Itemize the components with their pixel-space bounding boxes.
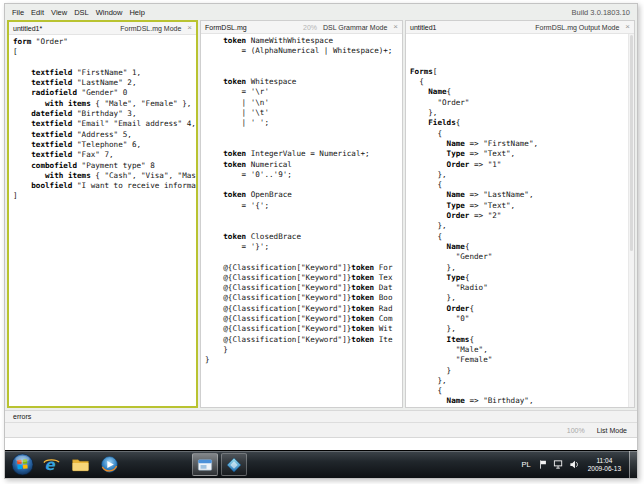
code-line: = '0'..'9'; xyxy=(205,170,402,180)
code-line: with items { "Cash", "Visa", "Mast xyxy=(13,171,196,181)
mode-menu[interactable]: FormDSL.mg Output Mode xyxy=(535,24,625,31)
code-editor-output[interactable]: Forms[ { Name{ "Order" }, Fields{ { Name… xyxy=(406,34,634,407)
code-line: }, xyxy=(410,293,634,303)
code-line: { xyxy=(410,77,634,87)
menu-help[interactable]: Help xyxy=(129,6,151,19)
taskbar: e xyxy=(5,450,637,478)
code-line: Type => "Text", xyxy=(410,201,634,211)
code-line: Type{ xyxy=(410,273,634,283)
code-line: Name{ xyxy=(410,242,634,252)
code-line: { xyxy=(410,180,634,190)
explorer-folder-icon[interactable] xyxy=(67,453,93,476)
internet-explorer-icon[interactable]: e xyxy=(38,453,64,476)
code-editor-formdsl-source[interactable]: form "Order"[ textfield "FirstName" 1, t… xyxy=(9,35,196,406)
code-line: "Female" xyxy=(410,355,634,365)
code-line: "Radio" xyxy=(410,283,634,293)
close-icon[interactable]: × xyxy=(187,24,192,32)
code-line: = '}'; xyxy=(205,242,402,252)
volume-icon[interactable] xyxy=(569,459,580,470)
code-line: token OpenBrace xyxy=(205,190,402,200)
code-line: @{Classification["Keyword"]}token Rad xyxy=(205,304,402,314)
menu-window[interactable]: Window xyxy=(96,6,130,19)
buffer-title: FormDSL.mg xyxy=(205,24,247,31)
intellipad-window: File Edit View DSL Window Help Build 3.0… xyxy=(4,3,638,479)
code-line: ] xyxy=(13,191,196,201)
code-line: | ' '; xyxy=(205,118,402,128)
start-button[interactable] xyxy=(10,452,35,477)
code-line: token ClosedBrace xyxy=(205,232,402,242)
code-line xyxy=(205,139,402,149)
panes-area: untitled1* FormDSL.mg Mode × form "Order… xyxy=(5,20,637,410)
svg-text:e: e xyxy=(44,456,55,474)
desktop-strip xyxy=(5,438,637,450)
code-line: Order{ xyxy=(410,304,634,314)
code-line: textfield "LastName" 2, xyxy=(13,78,196,88)
system-tray: PL 11:04 2009-0 xyxy=(520,451,637,478)
code-line: = '\r' xyxy=(205,87,402,97)
code-line: textfield "Email" "Email address" 4, xyxy=(13,119,196,129)
status-mode-menu[interactable]: List Mode xyxy=(597,427,627,434)
code-line: token Whitespace xyxy=(205,77,402,87)
code-line: Type => "Text", xyxy=(410,149,634,159)
menu-view[interactable]: View xyxy=(51,6,74,19)
clock-date: 2009-06-13 xyxy=(588,465,621,473)
code-line: @{Classification["Keyword"]}token Com xyxy=(205,314,402,324)
clock[interactable]: 11:04 2009-06-13 xyxy=(588,457,621,473)
code-line xyxy=(205,57,402,67)
network-icon[interactable] xyxy=(553,459,564,470)
code-line: token NameWithWhitespace xyxy=(205,36,402,46)
build-version-label: Build 3.0.1803.10 xyxy=(572,8,630,17)
code-line: }, xyxy=(410,324,634,334)
status-bar: 100% List Mode xyxy=(5,423,637,438)
code-line xyxy=(205,211,402,221)
errors-pane-header[interactable]: errors xyxy=(5,410,637,423)
close-icon[interactable]: × xyxy=(393,23,398,31)
intellipad-taskbar-button[interactable] xyxy=(221,453,247,476)
mode-menu[interactable]: DSL Grammar Mode xyxy=(323,24,393,31)
buffer-title: untitled1* xyxy=(13,25,42,32)
code-line: @{Classification["Keyword"]}token Ite xyxy=(205,335,402,345)
code-line: } xyxy=(205,345,402,355)
code-line: } xyxy=(205,355,402,365)
mode-menu[interactable]: FormDSL.mg Mode xyxy=(120,25,187,32)
code-line: [ xyxy=(13,47,196,57)
language-indicator[interactable]: PL xyxy=(520,460,533,469)
media-player-icon[interactable] xyxy=(96,453,122,476)
menu-dsl[interactable]: DSL xyxy=(74,6,96,19)
menu-edit[interactable]: Edit xyxy=(31,6,51,19)
code-line xyxy=(13,58,196,68)
code-line: }, xyxy=(410,221,634,231)
code-line: Order => "2" xyxy=(410,211,634,221)
code-editor-grammar[interactable]: token NameWithWhitespace = (AlphaNumeric… xyxy=(201,34,402,407)
code-line xyxy=(205,221,402,231)
code-line: "Order" xyxy=(410,98,634,108)
action-center-flag-icon[interactable] xyxy=(538,459,548,470)
code-line xyxy=(205,67,402,77)
code-line: Name{ xyxy=(410,87,634,97)
code-line: }, xyxy=(410,263,634,273)
show-desktop-button[interactable] xyxy=(629,451,637,478)
buffer-title: untitled1 xyxy=(410,24,436,31)
code-line: | '\n' xyxy=(205,98,402,108)
vertical-scrollbar[interactable] xyxy=(628,34,634,407)
code-line xyxy=(205,252,402,262)
code-line: "Male", xyxy=(410,345,634,355)
code-line: textfield "Address" 5, xyxy=(13,130,196,140)
scrollbar-thumb[interactable] xyxy=(630,35,633,251)
screenshot-tool-taskbar-button[interactable] xyxy=(192,453,218,476)
code-line: }, xyxy=(410,376,634,386)
code-line: Forms[ xyxy=(410,67,634,77)
close-icon[interactable]: × xyxy=(625,23,630,31)
code-line: textfield "Telephone" 6, xyxy=(13,140,196,150)
code-line: = '{'; xyxy=(205,201,402,211)
code-line: @{Classification["Keyword"]}token Dat xyxy=(205,283,402,293)
code-line: textfield "FirstName" 1, xyxy=(13,68,196,78)
menu-file[interactable]: File xyxy=(12,6,31,19)
code-line: boolfield "I want to receive informati xyxy=(13,181,196,191)
code-line: radiofield "Gender" 0 xyxy=(13,88,196,98)
menu-bar: File Edit View DSL Window Help Build 3.0… xyxy=(5,4,637,20)
code-line: { xyxy=(410,386,634,396)
code-line: Name => "LastName", xyxy=(410,190,634,200)
code-line: token Numerical xyxy=(205,160,402,170)
code-line: } xyxy=(410,366,634,376)
